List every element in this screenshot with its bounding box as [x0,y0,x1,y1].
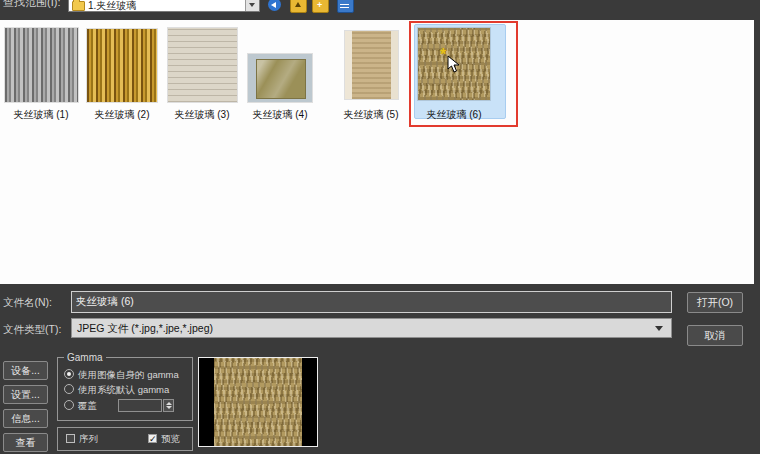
gamma-group-title: Gamma [64,352,106,363]
look-in-label: 查找范围(I): [3,0,60,10]
folder-icon [72,1,85,11]
devices-button[interactable]: 设备... [3,361,48,380]
radio-icon [64,400,74,410]
open-image-dialog: 查找范围(I): 1.夹丝玻璃 夹丝玻璃 (1) 夹丝玻璃 (2) 夹丝玻璃 (… [0,0,760,454]
file-thumbnail-3[interactable] [168,28,237,102]
back-icon[interactable] [268,0,281,11]
cancel-button[interactable]: 取消 [687,325,743,346]
options-box: 序列 ✓ 预览 [57,427,193,451]
setup-button[interactable]: 设置... [3,385,48,404]
toolbar: 查找范围(I): 1.夹丝玻璃 [0,0,760,20]
up-one-level-icon[interactable] [290,0,307,13]
gamma-spinner[interactable] [163,399,174,412]
radio-selected-icon [64,369,74,379]
file-type-label: 文件类型(T): [3,323,61,337]
radio-use-system-gamma[interactable]: 使用系统默认 gamma [64,384,169,395]
gamma-override-input[interactable] [118,399,162,412]
view-menu-icon[interactable] [337,0,354,13]
spinner-down-icon [166,406,172,409]
look-in-combobox[interactable]: 1.夹丝玻璃 [68,0,260,12]
preview-checkbox[interactable]: ✓ [148,434,157,443]
preview-image [214,358,302,446]
chevron-down-icon [655,326,663,331]
radio-use-image-gamma[interactable]: 使用图像自身的 gamma [64,369,179,380]
file-list: 夹丝玻璃 (1) 夹丝玻璃 (2) 夹丝玻璃 (3) 夹丝玻璃 (4) 夹丝玻璃… [0,20,754,284]
radio-override-gamma[interactable]: 覆盖 [64,400,97,411]
sequence-checkbox[interactable] [66,434,75,443]
file-thumbnail-1[interactable] [5,28,78,102]
file-thumbnail-2[interactable] [87,29,157,102]
info-button[interactable]: 信息... [3,409,48,428]
look-in-value: 1.夹丝玻璃 [88,0,136,13]
look-in-dropdown-button[interactable] [245,0,259,11]
file-type-value: JPEG 文件 (*.jpg,*.jpe,*.jpeg) [77,322,213,334]
chevron-down-icon [249,3,255,7]
new-folder-icon[interactable] [312,0,329,13]
mouse-cursor-icon [447,55,461,73]
file-label-6[interactable]: 夹丝玻璃 (6) [406,108,502,121]
file-label-5[interactable]: 夹丝玻璃 (5) [323,108,419,121]
spinner-up-icon [166,402,172,405]
preview-pane [198,357,318,447]
file-type-combobox[interactable]: JPEG 文件 (*.jpg,*.jpe,*.jpeg) [71,318,672,338]
glass-photo [256,59,306,99]
sequence-label: 序列 [79,433,98,446]
file-name-label: 文件名(N): [3,296,52,310]
file-label-4[interactable]: 夹丝玻璃 (4) [232,108,328,121]
file-thumbnail-4[interactable] [248,54,312,102]
preview-label: 预览 [161,433,180,446]
radio-icon [64,384,74,394]
gamma-group: 使用图像自身的 gamma 使用系统默认 gamma 覆盖 [57,357,193,421]
open-button[interactable]: 打开(O) [687,292,743,313]
file-thumbnail-5[interactable] [345,31,398,99]
radio-use-system-gamma-label: 使用系统默认 gamma [78,384,169,395]
radio-override-label: 覆盖 [78,400,97,411]
file-name-input[interactable] [71,291,672,313]
radio-use-image-gamma-label: 使用图像自身的 gamma [78,369,179,380]
view-button[interactable]: 查看 [3,433,48,452]
busy-sparkle-icon: * [440,46,446,64]
